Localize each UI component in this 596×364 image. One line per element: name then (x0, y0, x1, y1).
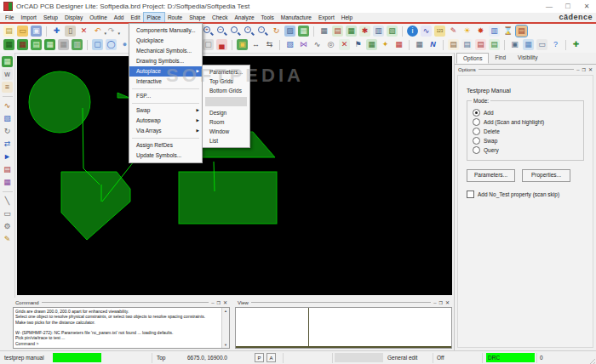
panel-float-icon[interactable] (582, 65, 585, 74)
reports-icon[interactable]: ▥ (489, 26, 500, 37)
pcb-shape-rectangle[interactable] (179, 172, 277, 224)
report-edit-icon[interactable]: ▤ (461, 39, 473, 50)
redo-icon[interactable]: ↷ (106, 26, 117, 37)
minimize-button[interactable] (540, 0, 559, 13)
toolbar-icon[interactable] (504, 40, 505, 50)
toolbar-icon[interactable] (232, 40, 232, 50)
cleanup-icon[interactable]: ✎ (448, 26, 459, 37)
radio-icon[interactable] (473, 118, 480, 126)
toolbar-icon[interactable] (3, 96, 13, 97)
flash-icon[interactable]: ☀ (461, 26, 473, 37)
menu-outline[interactable]: Outline (86, 13, 111, 22)
redraw-icon[interactable]: ↻ (271, 26, 282, 37)
board-disabled-icon[interactable]: ▦ (58, 39, 69, 50)
menu-item-components-manually[interactable]: Components Manually... (129, 26, 202, 36)
report-check-icon[interactable]: ▤ (489, 39, 500, 50)
submenu-item-list[interactable]: List (203, 136, 249, 145)
pcb-shape-circle[interactable] (29, 71, 90, 133)
radio-add-scan[interactable]: Add (Scan and highlight) (473, 117, 578, 127)
radio-icon[interactable] (473, 128, 480, 135)
board-split-icon[interactable]: ▥ (72, 39, 83, 50)
pencil-icon[interactable]: ✎ (2, 234, 13, 245)
radio-delete[interactable]: Delete (473, 127, 578, 136)
highlight-window-icon[interactable]: ▥ (373, 26, 384, 37)
scroll-up-icon[interactable]: ▲ (222, 308, 229, 314)
panel-minimize-icon[interactable] (576, 65, 579, 74)
toolbar-icon[interactable] (87, 40, 88, 50)
menu-edit[interactable]: Edit (127, 13, 143, 22)
rectangle-icon[interactable]: ▭ (2, 208, 13, 219)
toolbar-icon[interactable] (565, 40, 566, 50)
add-connect-icon[interactable]: ∿ (2, 100, 13, 111)
slide-icon[interactable]: ▧ (2, 113, 13, 124)
zoom-out-icon[interactable]: − (216, 26, 227, 37)
zoom-fit-icon[interactable]: ▫ (244, 26, 255, 37)
info-icon[interactable]: i (407, 26, 418, 37)
menu-item-interactive[interactable]: Interactive (129, 77, 202, 87)
copy-icon[interactable]: ▯ (65, 26, 76, 37)
panel-close-icon[interactable] (445, 299, 450, 307)
menu-manufacture[interactable]: Manufacture (278, 13, 315, 22)
menu-item-update-symbols[interactable]: Update Symbols... (129, 151, 202, 161)
toolbar-icon[interactable] (279, 40, 280, 50)
tab-visibility[interactable]: Visibility (512, 53, 543, 64)
dimension-linear-icon[interactable]: ↔ (250, 39, 261, 50)
board-red-icon[interactable]: ▦ (17, 39, 28, 50)
toolbar-icon[interactable] (46, 26, 47, 37)
key-icon[interactable]: ✦ (380, 39, 391, 50)
toolbar-icon[interactable] (402, 26, 403, 37)
board-open-icon[interactable]: ▤ (31, 39, 42, 50)
waive-drc-icon[interactable]: ⌛ (502, 26, 513, 37)
menu-help[interactable]: Help (338, 13, 356, 22)
copy-docs-icon[interactable]: ▣ (509, 39, 520, 50)
export-image-icon[interactable]: ▦ (523, 39, 534, 50)
menu-item-assign-refdes[interactable]: Assign RefDes (129, 140, 202, 151)
menu-item-autoswap[interactable]: Autoswap (129, 116, 202, 126)
grid-toggle-icon[interactable]: ▦ (318, 26, 330, 37)
command-console[interactable]: Grids are drawn 200.0, 200.0 apart for e… (13, 307, 230, 349)
board-light-icon[interactable]: ▦ (44, 39, 55, 50)
dimension-icon[interactable]: 123 (434, 26, 445, 37)
fix-icon[interactable]: ✕ (339, 39, 350, 50)
toolbag-icon[interactable]: ▣ (237, 39, 248, 50)
mini-board-icon[interactable]: ▦ (366, 39, 377, 50)
undo-icon[interactable]: ↶ (92, 26, 103, 37)
pcb-shape-pentagon[interactable] (61, 172, 130, 240)
rats-all-icon[interactable]: ▦ (298, 26, 309, 37)
submenu-item-window[interactable]: Window (203, 127, 249, 136)
submenu-item[interactable] (205, 97, 247, 106)
menu-file[interactable]: File (2, 13, 17, 22)
menu-import[interactable]: Import (17, 13, 39, 22)
unrats-icon[interactable]: ▨ (284, 26, 295, 37)
zoom-world-icon[interactable]: ◦ (257, 26, 268, 37)
stamp-icon[interactable]: ▄ (216, 39, 227, 50)
design-board-icon[interactable]: ▦ (2, 56, 13, 67)
command-scrollbar[interactable]: ▲ ▼ (221, 308, 229, 348)
radio-swap[interactable]: Swap (473, 136, 578, 145)
save-drawing-icon[interactable]: ▣ (31, 26, 42, 37)
menu-shape[interactable]: Shape (186, 13, 209, 22)
menu-item-drawing-symbols[interactable]: Drawing Symbols... (129, 56, 202, 66)
panel-float-icon[interactable] (216, 299, 220, 307)
menu-item[interactable] (132, 103, 199, 104)
menu-item-swap[interactable]: Swap (129, 105, 202, 116)
gear-add-icon[interactable]: ⚙ (2, 221, 13, 232)
board-file-icon[interactable]: ▦ (3, 39, 14, 50)
radio-add[interactable]: Add (473, 108, 578, 117)
menu-display[interactable]: Display (61, 13, 86, 22)
menu-item-via-arrays[interactable]: Via Arrays (129, 126, 202, 136)
toolbar-icon[interactable] (3, 191, 13, 192)
dimension-gap-icon[interactable]: ⇆ (264, 39, 275, 50)
submenu-item-room[interactable]: Room (203, 117, 249, 127)
scroll-down-icon[interactable]: ▼ (222, 342, 229, 348)
shape-gray-icon[interactable]: ▢ (203, 39, 214, 50)
tab-find[interactable]: Find (489, 53, 512, 64)
spin-icon[interactable]: ↻ (2, 126, 13, 137)
submenu-item-bottom-grids[interactable]: Bottom Grids (203, 86, 249, 95)
help-icon[interactable]: ? (550, 39, 561, 50)
menu-add[interactable]: Add (111, 13, 128, 22)
menu-item-autoplace[interactable]: Autoplace (129, 66, 202, 77)
contrast-icon[interactable]: ▧ (387, 26, 398, 37)
menu-check[interactable]: Check (209, 13, 231, 22)
shove-icon[interactable]: ► (2, 151, 13, 162)
